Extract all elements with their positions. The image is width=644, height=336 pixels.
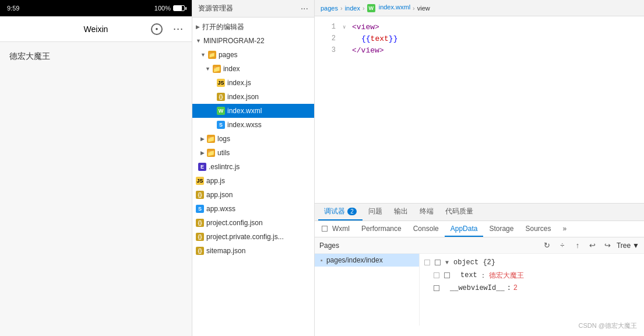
page-item-index[interactable]: ▪ pages/index/index — [315, 254, 419, 267]
breadcrumb-indexwxml[interactable]: W index.wxml — [367, 4, 410, 12]
debug-content: ▪ pages/index/index ▼ object {2} — [315, 254, 644, 326]
utils-label: utils — [217, 149, 230, 157]
refresh-button[interactable]: ↻ — [541, 239, 554, 252]
expand-square-icon[interactable] — [444, 272, 450, 278]
expand-square-icon[interactable] — [435, 260, 441, 265]
explorer-item-index-json[interactable]: {} index.json — [192, 90, 314, 104]
tree-webviewid-key: __webviewId__ — [450, 284, 505, 292]
tag-name-view-close: view — [361, 46, 379, 55]
explorer-item-index-wxss[interactable]: S index.wxss — [192, 118, 314, 132]
app-json-label: app.json — [206, 191, 233, 199]
explorer-item-logs[interactable]: ▶ 📁 logs — [192, 132, 314, 146]
phone-nav-title: Weixin — [84, 24, 108, 34]
sitemap-label: sitemap.json — [206, 247, 245, 255]
explorer-item-eslint[interactable]: E .eslintrc.js — [192, 160, 314, 174]
js-file-icon: JS — [217, 79, 225, 87]
tree-row-webviewid: __webviewId__ : 2 — [420, 282, 644, 295]
up-button[interactable]: ↑ — [571, 239, 584, 252]
code-editor[interactable]: 1 ∨ <view> 2 {{text}} 3 </view> — [315, 16, 644, 203]
expand-square-icon[interactable] — [434, 285, 439, 291]
phone-nav-dots[interactable]: ··· — [173, 23, 184, 35]
record-button[interactable]: ● — [151, 23, 163, 35]
explorer-item-app-wxss[interactable]: S app.wxss — [192, 202, 314, 216]
subtab-wxml[interactable]: Wxml — [318, 221, 356, 237]
index-folder-label: index — [223, 65, 240, 73]
chevron-icon: ▼ — [205, 66, 210, 72]
tree-row-text: text ： 德宏大魔王 — [420, 269, 644, 282]
subtab-performance[interactable]: Performance — [356, 221, 407, 237]
chevron-icon: ▶ — [200, 136, 205, 142]
fold-chevron-1[interactable]: ∨ — [343, 24, 350, 30]
explorer-item-index-wxml[interactable]: W index.wxml — [192, 104, 314, 118]
explorer-item-utils[interactable]: ▶ 📁 utils — [192, 146, 314, 160]
tree-text-value: 德宏大魔王 — [489, 271, 524, 281]
redo-button[interactable]: ↪ — [601, 239, 614, 252]
code-line-2: 2 {{text}} — [315, 33, 644, 44]
breadcrumb-pages[interactable]: pages — [321, 5, 338, 12]
breadcrumb-sep-3: › — [413, 5, 415, 12]
more-label: » — [563, 225, 567, 233]
breadcrumb-sep-1: › — [340, 5, 343, 12]
subtab-appdata[interactable]: AppData — [445, 221, 484, 237]
folder-icon: 📁 — [213, 65, 221, 73]
line-number-1: 1 — [318, 23, 336, 31]
expand-button[interactable]: ÷ — [556, 239, 569, 252]
subtab-console[interactable]: Console — [407, 221, 445, 237]
pages-label: Pages — [319, 242, 407, 250]
wxml-label: Wxml — [332, 225, 350, 233]
debug-toolbar: Pages ↻ ÷ ↑ ↩ ↪ Tree ▼ — [315, 237, 644, 254]
tab-quality[interactable]: 代码质量 — [439, 204, 479, 220]
debug-panel: 调试器 2 问题 输出 终端 代码质量 Wxml Performanc — [315, 203, 644, 326]
explorer-item-app-json[interactable]: {} app.json — [192, 188, 314, 202]
output-label: 输出 — [394, 206, 408, 216]
tab-terminal[interactable]: 终端 — [414, 204, 439, 220]
tab-debugger[interactable]: 调试器 2 — [318, 204, 363, 220]
explorer-item-sitemap[interactable]: {} sitemap.json — [192, 244, 314, 258]
performance-label: Performance — [361, 225, 402, 233]
breadcrumb-index[interactable]: index — [345, 5, 360, 12]
quality-label: 代码质量 — [445, 206, 473, 216]
phone-status-right: 100% — [154, 5, 185, 12]
json-file-icon: {} — [217, 93, 225, 101]
phone-panel: 9:59 100% Weixin ● ··· 德宏大魔王 — [0, 0, 192, 336]
explorer-project-root[interactable]: ▼ MINIPROGRAM-22 — [192, 34, 314, 48]
tab-issues[interactable]: 问题 — [363, 204, 388, 220]
tab-output[interactable]: 输出 — [388, 204, 414, 220]
phone-content: 德宏大魔王 — [0, 42, 192, 336]
debug-tree: ▼ object {2} text ： 德宏大魔王 __webviewId__ — [420, 254, 644, 326]
tree-row-object: ▼ object {2} — [420, 256, 644, 269]
explorer-item-pages[interactable]: ▼ 📁 pages — [192, 48, 314, 62]
explorer-open-editors[interactable]: ▶ 打开的编辑器 — [192, 20, 314, 34]
subtab-more[interactable]: » — [557, 221, 573, 237]
phone-time: 9:59 — [7, 5, 19, 12]
expr-open-brace: {{ — [361, 34, 371, 43]
explorer-title: 资源管理器 — [198, 4, 233, 13]
undo-button[interactable]: ↩ — [586, 239, 599, 252]
debug-sub-tabbar: Wxml Performance Console AppData Storage… — [315, 221, 644, 237]
subtab-storage[interactable]: Storage — [483, 221, 519, 237]
explorer-item-project-private[interactable]: {} project.private.config.js... — [192, 230, 314, 244]
expr-close-brace: }} — [389, 34, 398, 43]
project-private-label: project.private.config.js... — [206, 233, 284, 241]
code-breadcrumb: pages › index › W index.wxml › view — [315, 0, 644, 16]
battery-icon — [173, 5, 185, 11]
explorer-item-app-js[interactable]: JS app.js — [192, 174, 314, 188]
index-wxss-label: index.wxss — [227, 121, 262, 129]
app-js-label: app.js — [206, 177, 225, 185]
chevron-icon: ▶ — [200, 150, 205, 156]
subtab-sources[interactable]: Sources — [519, 221, 557, 237]
tree-toggle-icon[interactable]: ▼ — [445, 260, 451, 266]
folder-icon: 📁 — [207, 149, 215, 157]
expr-text-var: text — [371, 34, 389, 43]
pages-label: pages — [219, 51, 238, 59]
index-json-label: index.json — [227, 93, 259, 101]
eslint-file-icon: E — [198, 163, 206, 171]
console-label: Console — [413, 225, 439, 233]
explorer-item-index-folder[interactable]: ▼ 📁 index — [192, 62, 314, 76]
tree-down-icon: ▼ — [632, 242, 639, 250]
explorer-more-button[interactable]: ··· — [301, 4, 308, 14]
explorer-item-project-config[interactable]: {} project.config.json — [192, 216, 314, 230]
explorer-item-index-js[interactable]: JS index.js — [192, 76, 314, 90]
page-item-label: pages/index/index — [326, 256, 383, 264]
tree-object-key: object {2} — [453, 258, 495, 267]
